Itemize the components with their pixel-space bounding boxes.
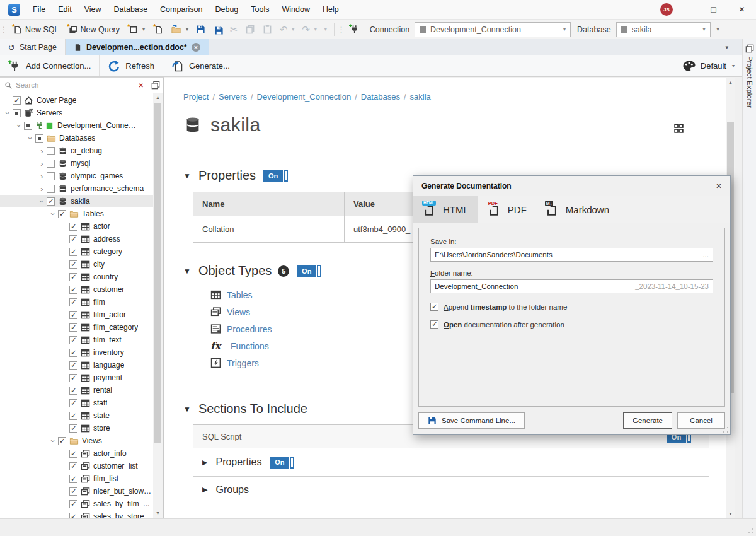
checkbox-checked-icon[interactable] — [430, 320, 438, 329]
collapse-triangle-icon[interactable] — [183, 172, 191, 180]
tree-expander-icon[interactable] — [49, 437, 58, 445]
folder-name-input[interactable]: Development_Connection _2023-11-14_10-15… — [430, 279, 713, 293]
tab-pdf[interactable]: PDF PDF — [478, 196, 536, 223]
tab-start-page[interactable]: ↺Start Page — [0, 39, 66, 55]
open-documentation-checkbox[interactable]: Open documentation after generation — [430, 320, 713, 329]
new-document-button[interactable] — [123, 21, 149, 38]
menu-item[interactable]: Comparison — [154, 0, 209, 19]
toggle-knob[interactable] — [284, 170, 288, 182]
breadcrumb-link[interactable]: Development_Connection — [257, 92, 352, 102]
tree-checkbox[interactable] — [69, 336, 77, 344]
tree-row[interactable]: Development_Connection — [0, 119, 153, 132]
window-layout-button[interactable] — [149, 79, 162, 91]
tree-row[interactable]: mysql — [0, 157, 153, 170]
tree-expander-icon[interactable] — [37, 185, 47, 193]
tree-row[interactable]: Cover Page — [0, 94, 153, 107]
tree-row[interactable]: cr_debug — [0, 144, 153, 157]
tree-row[interactable]: Tables — [0, 207, 153, 220]
tree-row[interactable]: rental — [0, 384, 153, 397]
tree-checkbox[interactable] — [69, 450, 77, 458]
tree-row[interactable]: staff — [0, 397, 153, 409]
tree-row[interactable]: address — [0, 233, 153, 245]
new-document-caret-icon[interactable] — [142, 26, 145, 32]
menu-item[interactable]: Window — [276, 0, 316, 19]
connection-group-icon-button[interactable] — [345, 21, 364, 38]
tree-expander-icon[interactable] — [14, 122, 24, 130]
tree-row[interactable]: nicer_but_slow_... — [0, 485, 153, 498]
tree-row[interactable]: category — [0, 245, 153, 258]
layout-grid-button[interactable] — [667, 117, 690, 139]
tree-checkbox[interactable] — [47, 147, 55, 155]
toggle-knob[interactable] — [290, 457, 294, 469]
scroll-up-icon[interactable]: ▲ — [153, 93, 163, 102]
save-all-button[interactable] — [209, 21, 226, 38]
tree-scrollbar[interactable]: ▲ ▼ — [153, 93, 163, 518]
save-in-input[interactable]: E:\Users\JordanSanders\Documents ... — [430, 248, 713, 262]
database-select[interactable]: sakila — [616, 22, 711, 37]
tree-row[interactable]: actor_info — [0, 447, 153, 460]
tree-checkbox[interactable] — [47, 160, 55, 168]
tree-row[interactable]: sales_by_film_... — [0, 498, 153, 510]
refresh-button[interactable]: Refresh — [100, 55, 163, 76]
properties-toggle[interactable]: On — [263, 170, 288, 182]
tree-row[interactable]: city — [0, 258, 153, 271]
scroll-down-icon[interactable]: ▼ — [726, 509, 735, 518]
tree-row[interactable]: film — [0, 296, 153, 308]
menu-item[interactable]: Database — [108, 0, 154, 19]
tree-checkbox[interactable] — [58, 210, 66, 218]
theme-select[interactable]: Default — [682, 59, 735, 73]
tree-checkbox[interactable] — [69, 399, 77, 407]
new-query-button[interactable]: New Query — [63, 21, 124, 38]
tree-checkbox[interactable] — [69, 311, 77, 319]
tree-row[interactable]: film_text — [0, 334, 153, 346]
tab-document[interactable]: Developmen...ection.ddoc* — [66, 39, 209, 55]
tree-row[interactable]: Views — [0, 434, 153, 447]
collapse-triangle-icon[interactable] — [183, 405, 191, 414]
tree-row[interactable]: customer_list — [0, 460, 153, 472]
maximize-button[interactable] — [699, 0, 728, 19]
generate-confirm-button[interactable]: Generate — [623, 412, 672, 429]
expand-triangle-icon[interactable] — [202, 486, 207, 494]
menu-item[interactable]: Help — [316, 0, 345, 19]
tree-checkbox[interactable] — [47, 197, 55, 206]
section-row-properties[interactable]: Properties On — [193, 448, 709, 476]
tree-checkbox[interactable] — [13, 96, 21, 105]
tree-checkbox[interactable] — [69, 298, 77, 306]
tree-row[interactable]: film_list — [0, 472, 153, 485]
tree-checkbox[interactable] — [69, 361, 77, 370]
toolbar-right-caret-icon[interactable] — [717, 26, 719, 32]
tree-checkbox[interactable] — [24, 122, 32, 130]
append-timestamp-checkbox[interactable]: Append timestamp to the folder name — [430, 303, 713, 311]
menu-item[interactable]: Debug — [209, 0, 244, 19]
tree-checkbox[interactable] — [35, 134, 43, 143]
tree-expander-icon[interactable] — [37, 172, 47, 180]
new-file-button[interactable] — [149, 21, 167, 38]
menu-item[interactable]: Tools — [244, 0, 275, 19]
close-button[interactable] — [728, 0, 756, 19]
menu-item[interactable]: View — [78, 0, 108, 19]
object-types-toggle[interactable]: On — [297, 265, 321, 277]
tab-list-caret-icon[interactable] — [725, 44, 728, 50]
tree-row[interactable]: country — [0, 271, 153, 283]
tree-checkbox[interactable] — [69, 260, 77, 269]
tree-checkbox[interactable] — [69, 412, 77, 420]
save-button[interactable] — [192, 21, 209, 38]
section-properties-toggle[interactable]: On — [270, 457, 294, 469]
connection-select[interactable]: Development_Connection — [415, 22, 571, 37]
scroll-up-icon[interactable]: ▲ — [726, 78, 735, 87]
tab-html[interactable]: HTML HTML — [413, 196, 478, 223]
tree-checkbox[interactable] — [69, 248, 77, 256]
tree-expander-icon[interactable] — [3, 109, 13, 117]
tab-markdown[interactable]: M↓ Markdown — [536, 196, 619, 223]
tree-checkbox[interactable] — [69, 462, 77, 470]
toolbar-grip[interactable] — [338, 25, 345, 34]
tree-expander-icon[interactable] — [37, 160, 47, 168]
toggle-knob[interactable] — [317, 265, 321, 277]
tree-row[interactable]: olympic_games — [0, 170, 153, 182]
section-row-groups[interactable]: Groups — [193, 476, 709, 503]
tree-row[interactable]: Databases — [0, 132, 153, 144]
tree-checkbox[interactable] — [69, 475, 77, 483]
tree-row[interactable]: film_actor — [0, 308, 153, 321]
browse-button[interactable]: ... — [697, 251, 709, 259]
tree-scrollbar-thumb[interactable] — [154, 103, 161, 443]
